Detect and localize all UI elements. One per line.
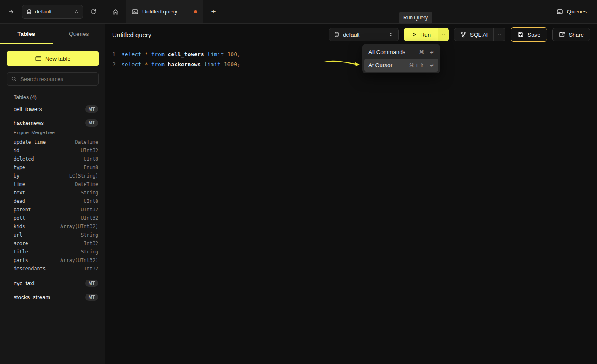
table-row-stocks-stream[interactable]: stocks_stream MT (0, 290, 105, 304)
refresh-button[interactable] (87, 6, 99, 18)
table-name: nyc_taxi (14, 280, 35, 286)
queries-icon (556, 8, 563, 15)
engine-detail: Engine: MergeTree (0, 130, 105, 138)
run-button-label: Run (420, 32, 431, 38)
table-grid-icon (35, 55, 42, 62)
query-title: Untitled query (112, 31, 151, 38)
column-row[interactable]: url String (0, 231, 105, 239)
engine-badge: MT (85, 119, 98, 127)
chevron-down-icon (441, 32, 446, 37)
column-name: poll (14, 215, 25, 221)
query-header: Untitled query default Run (105, 24, 597, 46)
database-icon (26, 9, 32, 15)
column-row[interactable]: poll UInt32 (0, 214, 105, 222)
sidebar: Tables Queries New table Tables (4) cell… (0, 24, 105, 364)
topbar-database-selector[interactable]: default (22, 5, 83, 19)
column-row[interactable]: time DateTime (0, 180, 105, 189)
table-name: hackernews (14, 120, 44, 126)
table-row-nyc-taxi[interactable]: nyc_taxi MT (0, 276, 105, 290)
collapse-sidebar-button[interactable] (6, 6, 18, 18)
code-line-1[interactable]: 1 select * from cell_towers limit 100; (105, 49, 597, 59)
sidebar-tab-queries-label: Queries (69, 31, 89, 37)
column-type: Array(UInt32) (60, 257, 98, 263)
table-row-cell-towers[interactable]: cell_towers MT (0, 102, 105, 116)
code-line-2[interactable]: 2 select * from hackernews limit 1000; (105, 59, 597, 70)
column-row[interactable]: text String (0, 189, 105, 197)
run-query-tooltip: Run Query (399, 12, 432, 24)
column-name: type (14, 164, 25, 170)
column-row[interactable]: title String (0, 248, 105, 256)
database-icon (334, 32, 340, 38)
column-type: DateTime (75, 139, 98, 145)
sidebar-tab-tables-label: Tables (17, 31, 35, 37)
search-input[interactable] (7, 72, 99, 86)
run-options-button[interactable] (438, 28, 449, 41)
unsaved-changes-dot (194, 10, 197, 13)
column-name: parent (14, 207, 31, 213)
code-text: select * from cell_towers limit 100; (122, 49, 240, 59)
save-button-label: Save (527, 32, 540, 38)
column-row[interactable]: id UInt32 (0, 146, 105, 155)
new-tab-button[interactable]: + (203, 0, 224, 23)
run-button[interactable]: Run (404, 28, 438, 41)
save-button[interactable]: Save (511, 27, 547, 42)
column-row[interactable]: type Enum8 (0, 163, 105, 172)
database-selector[interactable]: default (329, 28, 399, 41)
chevrons-updown-icon (389, 32, 394, 37)
column-row[interactable]: parent UInt32 (0, 205, 105, 214)
column-row[interactable]: dead UInt8 (0, 197, 105, 205)
line-number: 2 (105, 59, 122, 70)
sidebar-tab-queries[interactable]: Queries (53, 24, 105, 44)
column-row[interactable]: kids Array(UInt32) (0, 222, 105, 231)
column-row[interactable]: score Int32 (0, 239, 105, 248)
column-row[interactable]: by LC(String) (0, 172, 105, 180)
spacer (0, 273, 105, 276)
column-name: deleted (14, 156, 34, 162)
sidebar-tab-tables[interactable]: Tables (0, 24, 53, 44)
column-row[interactable]: deleted UInt8 (0, 155, 105, 163)
menu-item-at-cursor[interactable]: At Cursor ⌘ + ⇧ + ↵ (364, 59, 438, 72)
hackernews-columns: update_time DateTime id UInt32 deleted U… (0, 138, 105, 273)
queries-button-label: Queries (567, 8, 587, 15)
sql-editor[interactable]: 1 select * from cell_towers limit 100; 2… (105, 46, 597, 70)
topbar-right: Queries (556, 0, 597, 23)
run-options-menu: All Commands ⌘ + ↵ At Cursor ⌘ + ⇧ + ↵ (362, 44, 440, 73)
tab-untitled-query[interactable]: Untitled query (126, 0, 203, 23)
chevrons-updown-icon (74, 9, 79, 14)
chevron-down-icon (497, 32, 502, 37)
tables-section-title: Tables (4) (7, 94, 98, 100)
menu-item-label: All Commands (368, 49, 405, 55)
engine-badge: MT (85, 280, 98, 287)
sql-ai-options-button[interactable] (493, 28, 505, 41)
save-icon (517, 31, 524, 38)
column-type: String (81, 249, 98, 255)
topbar-left: default (0, 0, 105, 23)
column-name: by (14, 173, 19, 179)
column-name: url (14, 232, 22, 238)
menu-item-shortcut: ⌘ + ↵ (419, 49, 434, 55)
menu-item-label: At Cursor (368, 62, 392, 68)
share-button[interactable]: Share (552, 28, 590, 41)
column-name: descendants (14, 266, 46, 272)
column-row[interactable]: update_time DateTime (0, 138, 105, 146)
column-row[interactable]: parts Array(UInt32) (0, 256, 105, 264)
column-name: update_time (14, 139, 46, 145)
home-tab-button[interactable] (105, 0, 126, 23)
table-row-hackernews[interactable]: hackernews MT (0, 116, 105, 130)
column-type: UInt8 (84, 156, 98, 162)
search-icon (11, 76, 17, 82)
column-type: Int32 (84, 266, 98, 272)
column-name: score (14, 240, 28, 246)
sql-ai-button-group: SQL AI (454, 28, 505, 41)
collapse-sidebar-icon (8, 8, 15, 15)
share-button-label: Share (569, 32, 584, 38)
tab-label: Untitled query (142, 8, 190, 15)
sql-ai-button[interactable]: SQL AI (454, 28, 493, 41)
menu-item-all-commands[interactable]: All Commands ⌘ + ↵ (364, 46, 438, 59)
sql-ai-label: SQL AI (470, 32, 488, 38)
column-name: time (14, 181, 25, 187)
queries-button[interactable]: Queries (556, 8, 587, 15)
new-table-button[interactable]: New table (7, 51, 99, 66)
column-row[interactable]: descendants Int32 (0, 264, 105, 273)
engine-badge: MT (85, 105, 98, 113)
